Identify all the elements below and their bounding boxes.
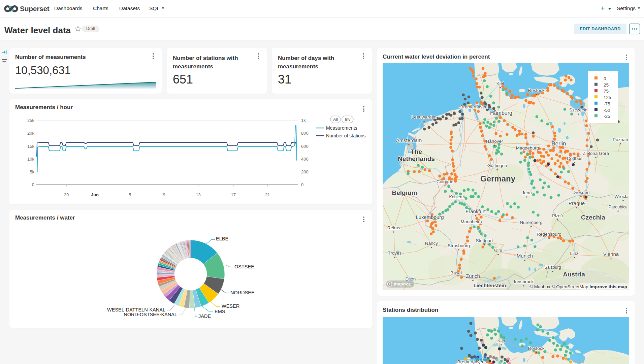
svg-text:800: 800 (301, 131, 309, 136)
svg-text:13: 13 (196, 192, 200, 197)
svg-text:600: 600 (301, 144, 309, 149)
svg-text:The: The (411, 148, 422, 155)
svg-text:Wrocław: Wrocław (614, 194, 629, 199)
svg-text:21: 21 (265, 192, 270, 197)
svg-text:OSTSEE: OSTSEE (234, 264, 254, 269)
svg-text:Regensburg: Regensburg (537, 232, 561, 237)
svg-text:Cottbus: Cottbus (567, 156, 583, 161)
svg-text:25: 25 (604, 82, 609, 88)
svg-text:0: 0 (301, 182, 303, 187)
svg-text:20k: 20k (27, 131, 34, 136)
svg-text:Luxembourg: Luxembourg (416, 214, 444, 220)
svg-text:Szczecin: Szczecin (569, 107, 587, 112)
svg-text:0: 0 (32, 182, 34, 187)
svg-text:Hamburg: Hamburg (490, 110, 512, 116)
svg-text:Poznań: Poznań (613, 137, 628, 142)
svg-text:-50: -50 (604, 108, 610, 113)
svg-text:Stuttgart: Stuttgart (476, 238, 493, 243)
svg-text:75: 75 (604, 89, 609, 94)
svg-text:Czechia: Czechia (581, 214, 605, 221)
svg-text:Berlin: Berlin (551, 140, 566, 147)
svg-text:Dresden: Dresden (572, 190, 589, 195)
svg-text:Rostock: Rostock (528, 346, 545, 351)
svg-text:Hanover: Hanover (486, 139, 503, 144)
svg-text:mapbox: mapbox (394, 282, 411, 287)
svg-text:Linz: Linz (570, 251, 579, 256)
svg-text:Frankfurt: Frankfurt (465, 208, 486, 214)
svg-text:Strasbourg: Strasbourg (448, 243, 470, 248)
svg-text:Plzeň: Plzeň (552, 213, 562, 218)
svg-text:EMS: EMS (215, 309, 225, 314)
svg-text:Amsterdam: Amsterdam (396, 137, 422, 143)
svg-text:Kiel: Kiel (497, 338, 505, 343)
svg-text:125: 125 (604, 95, 611, 100)
svg-text:Prague: Prague (569, 200, 585, 206)
svg-text:Basel: Basel (450, 270, 462, 275)
svg-text:200: 200 (301, 169, 309, 174)
svg-text:15k: 15k (27, 144, 34, 149)
svg-text:NORDSEE: NORDSEE (230, 290, 255, 295)
svg-text:10k: 10k (27, 157, 34, 162)
svg-text:17: 17 (231, 192, 236, 197)
svg-text:Jun: Jun (91, 192, 99, 197)
svg-text:Göttingen: Göttingen (487, 163, 507, 168)
svg-text:Zielona Góra: Zielona Góra (583, 151, 609, 156)
svg-text:Measurements: Measurements (326, 125, 357, 131)
svg-text:ELBE: ELBE (216, 236, 228, 241)
svg-text:29: 29 (64, 192, 69, 197)
svg-text:Pardubice: Pardubice (609, 205, 627, 209)
svg-text:0: 0 (604, 76, 606, 81)
svg-text:-75: -75 (604, 101, 610, 106)
svg-text:25k: 25k (27, 118, 34, 123)
svg-text:NORD-OSTSEE-KANAL: NORD-OSTSEE-KANAL (124, 312, 177, 317)
svg-text:Ulm: Ulm (494, 248, 502, 253)
svg-text:WESEL-DATTELN-KANAL: WESEL-DATTELN-KANAL (107, 307, 165, 312)
svg-text:Germany: Germany (480, 174, 516, 183)
svg-text:Magdeburg: Magdeburg (516, 145, 539, 151)
svg-text:Austria: Austria (563, 271, 585, 278)
svg-text:5k: 5k (30, 169, 34, 174)
svg-text:-25: -25 (604, 114, 610, 119)
svg-text:Cologne: Cologne (437, 179, 453, 184)
svg-text:Jena: Jena (522, 190, 532, 195)
svg-text:Belgium: Belgium (392, 189, 417, 196)
svg-text:Zurich: Zurich (466, 273, 480, 279)
svg-text:1k: 1k (301, 118, 306, 123)
svg-text:Number of stations: Number of stations (326, 133, 366, 138)
svg-text:Rostock: Rostock (528, 88, 545, 93)
svg-text:WESER: WESER (222, 303, 239, 309)
svg-text:© Mapbox © OpenStreetMap Impro: © Mapbox © OpenStreetMap Improve this ma… (529, 284, 627, 289)
svg-text:Bremerhaven: Bremerhaven (460, 104, 487, 109)
svg-text:All: All (333, 117, 338, 122)
svg-text:Salzburg: Salzburg (544, 265, 561, 270)
svg-text:Nuremberg: Nuremberg (520, 220, 543, 225)
svg-text:JADE: JADE (198, 313, 211, 319)
svg-text:400: 400 (301, 157, 309, 162)
svg-text:Munich: Munich (517, 253, 533, 259)
svg-text:Vienna: Vienna (603, 251, 619, 257)
svg-text:Liechtenstein: Liechtenstein (474, 283, 506, 288)
svg-text:Leeuwarden: Leeuwarden (412, 114, 437, 120)
svg-text:Netherlands: Netherlands (398, 155, 435, 162)
svg-text:9: 9 (163, 192, 165, 197)
svg-text:Inv: Inv (345, 117, 351, 122)
svg-text:5: 5 (129, 192, 131, 197)
svg-text:Troyes: Troyes (388, 251, 402, 256)
svg-text:Nancy: Nancy (425, 241, 438, 246)
svg-text:Reims: Reims (387, 225, 400, 230)
svg-text:Innsbruck: Innsbruck (514, 279, 534, 284)
svg-text:Mannheim: Mannheim (460, 219, 482, 224)
svg-text:Kiel: Kiel (496, 81, 504, 86)
svg-text:Koblenz: Koblenz (449, 195, 464, 199)
svg-text:Bremerhaven: Bremerhaven (457, 359, 484, 364)
